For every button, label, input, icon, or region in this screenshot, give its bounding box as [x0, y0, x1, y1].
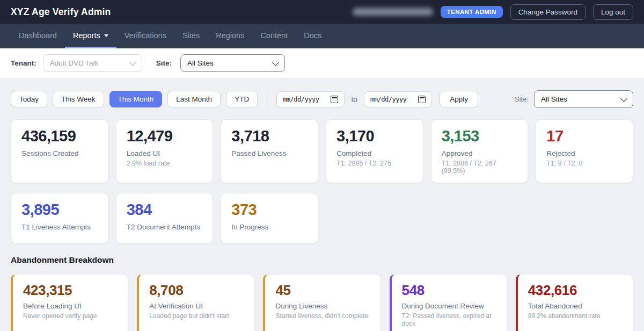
- calendar-icon[interactable]: [331, 96, 338, 103]
- stat-card-sessions-created: 436,159Sessions Created: [11, 119, 108, 183]
- stat-label: Approved: [442, 149, 518, 157]
- abandonment-value: 423,315: [23, 283, 118, 299]
- abandonment-card-at-verification-ui: 8,708At Verification UILoaded page but d…: [137, 274, 254, 331]
- stat-card-passed-liveness: 3,718Passed Liveness: [221, 119, 318, 183]
- main-nav: DashboardReportsVerificationsSitesRegion…: [0, 24, 644, 48]
- abandonment-sublabel: Never opened verify page: [23, 312, 118, 320]
- stat-sublabel: T1: 9 / T2: 8: [546, 160, 623, 167]
- stat-sublabel: T1: 2886 / T2: 267 (99.5%): [442, 160, 518, 175]
- app-window: XYZ Age Verify Admin TENANT ADMIN Change…: [0, 0, 644, 331]
- stats-row-2: 3,895T1 Liveness Attempts384T2 Document …: [11, 193, 633, 244]
- caret-down-icon: [104, 34, 108, 37]
- range-button-this-month[interactable]: This Month: [109, 91, 163, 107]
- nav-item-label: Regions: [216, 31, 244, 40]
- chevron-down-icon: [129, 59, 136, 66]
- toolbar-site-filter: Site: All Sites: [515, 90, 633, 108]
- site-label: Site:: [156, 59, 172, 67]
- nav-item-content[interactable]: Content: [252, 24, 296, 48]
- nav-item-label: Verifications: [125, 31, 166, 40]
- abandonment-value: 432,616: [528, 283, 623, 299]
- tenant-select-value: Adult DVD Talk: [50, 59, 99, 67]
- abandonment-sublabel: Loaded page but didn't start: [149, 312, 244, 320]
- stat-card-completed: 3,170CompletedT1: 2895 / T2: 275: [326, 119, 423, 183]
- range-button-last-month[interactable]: Last Month: [167, 91, 221, 107]
- nav-item-label: Dashboard: [19, 31, 57, 40]
- toolbar-site-select-value: All Sites: [541, 95, 567, 103]
- stat-card-t1-liveness-attempts: 3,895T1 Liveness Attempts: [11, 193, 108, 244]
- stat-card-loaded-ui: 12,479Loaded UI2.9% load rate: [116, 119, 214, 183]
- date-to-input[interactable]: mm/dd/yyyy: [364, 91, 432, 107]
- nav-item-verifications[interactable]: Verifications: [116, 24, 174, 48]
- abandonment-card-before-loading-ui: 423,315Before Loading UINever opened ver…: [11, 274, 128, 331]
- header-right: TENANT ADMIN Change Password Log out: [353, 4, 633, 20]
- abandonment-sublabel: T2: Passed liveness, expired at docs: [402, 312, 496, 327]
- stat-card-rejected: 17RejectedT1: 9 / T2: 8: [536, 119, 633, 183]
- change-password-button[interactable]: Change Password: [510, 4, 586, 20]
- range-button-this-week[interactable]: This Week: [53, 91, 104, 107]
- tenant-label: Tenant:: [11, 59, 36, 67]
- abandonment-label: During Liveness: [275, 302, 370, 310]
- stat-value: 3,170: [336, 128, 413, 145]
- stat-label: Completed: [336, 149, 413, 157]
- stat-value: 17: [546, 128, 623, 145]
- stat-sublabel: T1: 2895 / T2: 275: [336, 160, 413, 167]
- stat-sublabel: 2.9% load rate: [127, 160, 203, 167]
- toolbar-site-select[interactable]: All Sites: [534, 90, 633, 108]
- nav-item-label: Docs: [304, 31, 321, 40]
- stat-label: Sessions Created: [21, 149, 98, 157]
- abandonment-value: 8,708: [149, 283, 244, 299]
- nav-item-docs[interactable]: Docs: [296, 24, 330, 48]
- abandonment-label: Before Loading UI: [23, 302, 118, 310]
- app-title: XYZ Age Verify Admin: [11, 6, 111, 18]
- nav-item-label: Reports: [73, 31, 100, 40]
- abandonment-label: At Verification UI: [149, 302, 244, 310]
- stat-label: Loaded UI: [127, 149, 203, 157]
- main-content: TodayThis WeekThis MonthLast MonthYTD mm…: [0, 78, 644, 331]
- chevron-down-icon: [620, 95, 627, 102]
- tenant-admin-badge: TENANT ADMIN: [441, 6, 503, 18]
- abandonment-label: Total Abandoned: [528, 302, 623, 310]
- stat-value: 3,153: [442, 128, 518, 145]
- nav-item-sites[interactable]: Sites: [174, 24, 208, 48]
- stat-card-t2-document-attempts: 384T2 Document Attempts: [116, 193, 214, 244]
- stat-value: 12,479: [127, 128, 203, 145]
- logout-button[interactable]: Log out: [593, 4, 633, 20]
- stat-value: 3,718: [231, 128, 308, 145]
- nav-item-reports[interactable]: Reports: [65, 24, 116, 48]
- stat-value: 373: [231, 202, 308, 219]
- abandonment-section-title: Abandonment Breakdown: [11, 255, 633, 265]
- stat-label: Rejected: [546, 149, 623, 157]
- nav-item-regions[interactable]: Regions: [208, 24, 252, 48]
- stats-row-1: 436,159Sessions Created12,479Loaded UI2.…: [11, 119, 633, 183]
- stat-label: In Progress: [231, 223, 308, 231]
- tenant-bar: Tenant: Adult DVD Talk Site: All Sites: [0, 48, 644, 78]
- stat-label: T2 Document Attempts: [127, 223, 203, 231]
- range-buttons: TodayThis WeekThis MonthLast MonthYTD: [11, 91, 258, 107]
- abandonment-cards: 423,315Before Loading UINever opened ver…: [11, 274, 633, 331]
- toolbar-divider: [267, 93, 267, 105]
- stat-value: 436,159: [21, 128, 98, 145]
- stat-value: 384: [127, 202, 203, 219]
- date-from-input[interactable]: mm/dd/yyyy: [276, 91, 345, 107]
- to-label: to: [351, 95, 357, 104]
- tenant-select[interactable]: Adult DVD Talk: [43, 54, 142, 72]
- nav-item-dashboard[interactable]: Dashboard: [11, 24, 65, 48]
- abandonment-card-total-abandoned: 432,616Total Abandoned99.2% abandonment …: [516, 274, 633, 331]
- site-select[interactable]: All Sites: [180, 54, 285, 72]
- date-from-placeholder: mm/dd/yyyy: [283, 96, 319, 103]
- top-header: XYZ Age Verify Admin TENANT ADMIN Change…: [0, 0, 644, 24]
- chevron-down-icon: [272, 59, 279, 66]
- nav-item-label: Sites: [182, 31, 200, 40]
- apply-button[interactable]: Apply: [440, 91, 478, 107]
- toolbar-site-label: Site:: [515, 95, 529, 103]
- range-button-ytd[interactable]: YTD: [226, 91, 258, 107]
- abandonment-card-during-document-review: 548During Document ReviewT2: Passed live…: [390, 274, 507, 331]
- calendar-icon[interactable]: [418, 96, 426, 103]
- range-button-today[interactable]: Today: [11, 91, 47, 107]
- date-to-placeholder: mm/dd/yyyy: [370, 96, 406, 103]
- abandonment-card-during-liveness: 45During LivenessStarted liveness, didn'…: [263, 274, 380, 331]
- filter-toolbar: TodayThis WeekThis MonthLast MonthYTD mm…: [11, 90, 633, 108]
- stat-label: Passed Liveness: [231, 149, 308, 157]
- nav-item-label: Content: [260, 31, 288, 40]
- stat-card-approved: 3,153ApprovedT1: 2886 / T2: 267 (99.5%): [431, 119, 529, 183]
